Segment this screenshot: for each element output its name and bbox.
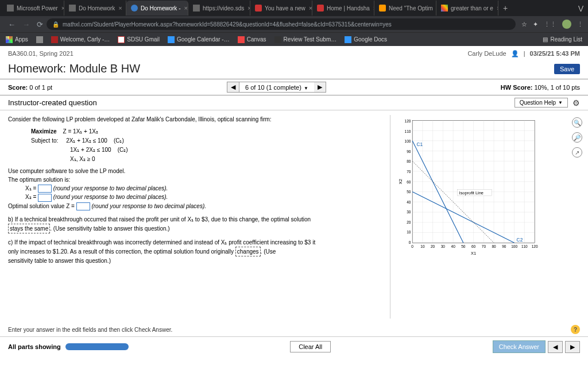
- hw-score-value: 10%, 1 of 10 pts: [535, 84, 581, 91]
- svg-text:10: 10: [407, 230, 411, 234]
- constraint-1: 2X₁ + 1X₂ ≤ 100: [66, 137, 107, 144]
- x2-input[interactable]: [38, 194, 52, 202]
- address-bar-row: ← → ⟳ 🔒 mathxl.com/Student/PlayerHomewor…: [0, 16, 588, 32]
- browser-tab-strip: Microsoft Power× Do Homework× Do Homewor…: [0, 0, 588, 16]
- svg-text:80: 80: [407, 159, 411, 163]
- solve-intro2: The optimum solution is:: [8, 175, 384, 184]
- star-icon[interactable]: ☆: [521, 21, 527, 28]
- svg-text:70: 70: [407, 170, 411, 174]
- question-text-pane: Consider the following LP problem develo…: [8, 115, 390, 319]
- menu-icon[interactable]: ⋮: [577, 21, 583, 28]
- instructor-row: Instructor-created question Question Hel…: [0, 95, 588, 110]
- tab-overflow-icon[interactable]: ⋁: [574, 5, 588, 12]
- x1-label: X₁ =: [25, 185, 36, 191]
- homework-header: Homework: Module B HW Save: [0, 61, 588, 79]
- bookmarks-bar: Apps Welcome, Carly -… SDSU Gmail Google…: [0, 32, 588, 46]
- round-hint-2: (round your response to two decimal plac…: [53, 194, 168, 200]
- z-label: Optimal solution value Z =: [8, 203, 75, 209]
- chevron-down-icon: ▼: [558, 100, 563, 105]
- clear-all-button[interactable]: Clear All: [290, 341, 331, 352]
- user-icon: 👤: [511, 50, 519, 57]
- bm-welcome[interactable]: Welcome, Carly -…: [51, 36, 110, 43]
- tab-handshake[interactable]: Home | Handsha×: [312, 1, 374, 16]
- back-button[interactable]: ←: [8, 20, 16, 29]
- round-hint-1: (round your response to two decimal plac…: [53, 185, 168, 191]
- tab-bb[interactable]: Microsoft Power×: [2, 1, 64, 16]
- constraint-2: 1X₁ + 2X₂ ≤ 100: [70, 147, 111, 153]
- svg-text:30: 30: [441, 244, 446, 248]
- profile-icon[interactable]: [562, 20, 571, 29]
- svg-text:30: 30: [407, 210, 411, 214]
- svg-text:X1: X1: [471, 251, 476, 256]
- subject-to-label: Subject to:: [31, 137, 58, 144]
- x1-input[interactable]: [38, 185, 52, 193]
- changes-dropdown[interactable]: changes: [235, 247, 261, 256]
- address-bar[interactable]: 🔒 mathxl.com/Student/PlayerHomework.aspx…: [47, 18, 516, 30]
- lock-icon: 🔒: [52, 21, 59, 28]
- svg-text:0: 0: [411, 244, 413, 248]
- tab-hw1[interactable]: Do Homework×: [64, 1, 126, 16]
- bm-calendar[interactable]: Google Calendar -…: [168, 36, 230, 43]
- svg-text:40: 40: [451, 244, 456, 248]
- bm-folder[interactable]: [36, 36, 43, 43]
- tab-google[interactable]: greater than or e×: [436, 1, 498, 16]
- reload-button[interactable]: ⟳: [37, 20, 43, 29]
- tab-hw2-active[interactable]: Do Homework -×: [126, 1, 188, 16]
- part-c-line2: only increases to $1.20. As a result of …: [8, 248, 234, 255]
- next-part-button[interactable]: ▶: [565, 341, 580, 353]
- list-icon: ▤: [543, 36, 548, 43]
- zoom-out-icon[interactable]: 🔎: [572, 132, 582, 143]
- question-content: Consider the following LP problem develo…: [0, 110, 588, 323]
- stays-same-dropdown[interactable]: stays the same: [8, 224, 50, 233]
- maximize-label: Maximize: [31, 128, 56, 135]
- popout-icon[interactable]: ↗: [572, 147, 582, 158]
- tab-add-button[interactable]: +: [498, 3, 512, 13]
- tab-chegg[interactable]: Need "The Optim×: [374, 1, 436, 16]
- equalizer-icon[interactable]: ⋮⋮: [544, 21, 556, 28]
- bottom-bar: All parts showing Clear All Check Answer…: [0, 337, 588, 356]
- question-position[interactable]: 6 of 10 (1 complete)▼: [239, 83, 314, 92]
- docs-icon: [345, 36, 351, 43]
- prev-question-button[interactable]: ◀: [227, 82, 239, 92]
- chevron-down-icon: ▼: [304, 86, 308, 91]
- save-button[interactable]: Save: [554, 64, 580, 74]
- homework-title: Homework: Module B HW: [8, 62, 140, 75]
- part-b-text: b) If a technical breakthrough occurred …: [8, 216, 311, 223]
- bm-canvas[interactable]: Canvas: [238, 36, 266, 43]
- prev-part-button[interactable]: ◀: [548, 341, 563, 353]
- tab-mail[interactable]: You have a new×: [250, 1, 312, 16]
- close-icon[interactable]: ×: [497, 5, 498, 12]
- svg-text:20: 20: [407, 220, 411, 224]
- zoom-in-icon[interactable]: 🔍: [572, 117, 582, 128]
- url-text: mathxl.com/Student/PlayerHomework.aspx?h…: [63, 21, 392, 28]
- progress-bar: [65, 343, 129, 350]
- bm-docs[interactable]: Google Docs: [345, 36, 387, 43]
- help-badge[interactable]: ?: [571, 325, 580, 334]
- svg-text:20: 20: [431, 244, 435, 248]
- bm-gmail[interactable]: SDSU Gmail: [118, 36, 160, 43]
- close-icon[interactable]: ×: [184, 5, 187, 12]
- z-input[interactable]: [76, 202, 90, 210]
- tab-video[interactable]: https://video.sds×: [188, 1, 250, 16]
- datetime: 03/25/21 5:43 PM: [530, 50, 580, 57]
- reading-list-button[interactable]: ▤Reading List: [543, 36, 582, 43]
- svg-text:80: 80: [492, 244, 496, 248]
- svg-text:50: 50: [407, 190, 411, 194]
- bm-review[interactable]: Review Test Subm…: [274, 36, 337, 43]
- extension-icon[interactable]: ✦: [533, 21, 538, 28]
- course-id: BA360.01, Spring 2021: [8, 50, 74, 57]
- forward-button[interactable]: →: [22, 20, 30, 29]
- user-name: Carly DeLude: [467, 50, 506, 57]
- google-icon: [441, 5, 448, 12]
- solve-intro: Use computer software to solve the LP mo…: [8, 167, 384, 175]
- check-answer-button[interactable]: Check Answer: [493, 340, 546, 353]
- next-question-button[interactable]: ▶: [314, 82, 326, 92]
- globe-icon: [193, 5, 200, 12]
- gmail-icon: [255, 5, 262, 12]
- gear-icon[interactable]: ⚙: [572, 98, 580, 108]
- svg-text:C2: C2: [517, 237, 523, 243]
- question-help-button[interactable]: Question Help▼: [514, 98, 568, 108]
- apps-icon: [6, 36, 13, 43]
- close-icon[interactable]: ×: [118, 5, 122, 12]
- bm-apps[interactable]: Apps: [6, 36, 28, 43]
